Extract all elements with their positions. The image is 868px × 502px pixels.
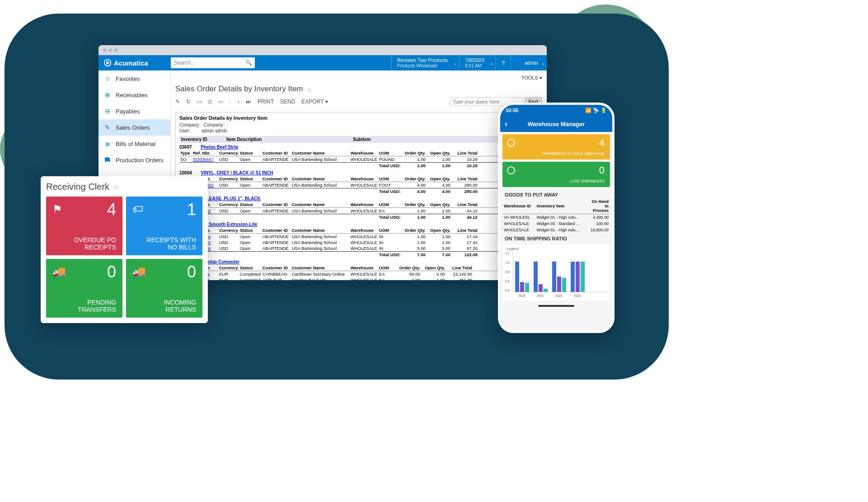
- so-row: O005434USDOpenABARTENDEUSA Bartending Sc…: [179, 234, 538, 240]
- nav-item-bills-of-material[interactable]: ≣Bills of Material: [99, 136, 170, 152]
- tile-icon: ⚑: [52, 203, 65, 216]
- toolbar: ✎ ↻ ▭ ⎙ ⏮ ‹ › ⏭ PRINT SEND EXPORT ▾ Find: [175, 97, 542, 109]
- status-icons: 📶 📡 🔋: [585, 108, 607, 113]
- tile-label: OVERDUE PORECEIPTS: [74, 236, 116, 251]
- nav-item-production-orders[interactable]: ⛟Production Orders: [99, 152, 170, 168]
- bar-group: 2022: [552, 262, 566, 292]
- first-page-icon[interactable]: ⏮: [218, 99, 223, 105]
- tile-value: 4: [107, 200, 116, 219]
- bar: [539, 284, 543, 292]
- next-page-icon[interactable]: ›: [238, 99, 239, 105]
- so-table: TypeRef. Nbr.CurrencyStatus Customer IDC…: [179, 176, 538, 194]
- chevron-down-icon: ⌄: [490, 61, 493, 66]
- so-row: SOSO005447USDOpenABARTENDEUSA Bartending…: [179, 156, 538, 163]
- x-label: 2020: [515, 294, 529, 297]
- bar: [520, 282, 524, 292]
- tile-label: INCOMINGRETURNS: [164, 299, 196, 313]
- kpi-tile[interactable]: 🚚 0 INCOMINGRETURNS: [126, 259, 202, 318]
- nav-item-payables[interactable]: ⊖Payables: [99, 103, 170, 119]
- edit-icon[interactable]: ✎: [175, 99, 180, 105]
- goods-row: VA-WHOLESLWidget 01 - High volu...4,495.…: [503, 214, 610, 221]
- kpi-tile[interactable]: 🚚 0 PENDINGTRANSFERS: [46, 259, 122, 318]
- send-button[interactable]: SEND: [280, 99, 295, 105]
- goods-row: WHOLESALEWidget 01 - High volu...19,500.…: [503, 227, 610, 233]
- bar: [515, 262, 519, 292]
- tenant-name: Revision Two Products: [397, 57, 454, 63]
- tile-icon: 🚚: [52, 265, 65, 278]
- status-bar: 10:55 📶 📡 🔋: [500, 105, 612, 116]
- kpi-label: LATE SHIPMENTS: [570, 179, 605, 183]
- so-row: 0005045EURCompletedASBLBARNautilus Bar S…: [179, 277, 538, 280]
- nav-icon: ⛟: [104, 156, 111, 164]
- user-label: User:: [179, 128, 190, 133]
- bar: [525, 283, 529, 292]
- brand-icon: [104, 59, 111, 66]
- item-link[interactable]: Phelps Beef Strip: [201, 145, 238, 150]
- bar: [552, 262, 556, 292]
- tile-value: 0: [187, 263, 196, 281]
- bar: [581, 262, 585, 292]
- nav-item-receivables[interactable]: ⊕Receivables: [99, 87, 170, 103]
- card-icon[interactable]: ▭: [197, 99, 202, 105]
- user-value: admin admin: [202, 128, 227, 133]
- receiving-clerk-dashboard: Receiving Clerk ☆ ⚑ 4 OVERDUE PORECEIPTS…: [41, 176, 208, 323]
- tile-icon: 🚚: [132, 265, 145, 278]
- nav-item-favorites[interactable]: ☆Favorites: [99, 70, 170, 87]
- so-row: 0007209EURCompletedCARIBBEANCaribbean Se…: [179, 271, 538, 277]
- col-qty: On Hand to Process: [587, 198, 610, 214]
- help-icon[interactable]: ?: [495, 55, 511, 70]
- nav-item-sales-orders[interactable]: ✎Sales Orders: [99, 119, 170, 136]
- bar: [534, 262, 538, 292]
- company-label: Company:: [179, 122, 200, 127]
- brand-label: Acumatica: [114, 59, 148, 67]
- window-chrome: [99, 45, 547, 55]
- so-row: SOSO005452USDOpenABARTENDEUSA Bartending…: [179, 182, 538, 188]
- so-table: TypeRef. Nbr.CurrencyStatus Customer IDC…: [179, 150, 538, 169]
- back-icon[interactable]: ‹: [505, 119, 507, 129]
- nav-label: Bills of Material: [116, 141, 155, 147]
- chevron-down-icon: ⌄: [454, 61, 457, 66]
- brand: Acumatica: [99, 59, 171, 67]
- search-placeholder: Search...: [174, 60, 195, 66]
- so-table: TypeRef. Nbr.CurrencyStatus Customer IDC…: [179, 202, 538, 220]
- print-button[interactable]: PRINT: [258, 99, 274, 105]
- clerk-title: Receiving Clerk: [46, 182, 109, 192]
- ref-link[interactable]: SO005447: [193, 157, 213, 162]
- chart-title: ON TIME SHIPPING RATIO: [500, 233, 612, 242]
- search-input[interactable]: Search... 🔍: [171, 57, 255, 68]
- search-icon[interactable]: 🔍: [245, 60, 252, 66]
- schedule-icon[interactable]: ⎙: [208, 99, 211, 105]
- kpi-tile[interactable]: 🏷 1 RECEIPTS WITHNO BILLS: [126, 197, 202, 255]
- bar: [571, 262, 575, 292]
- chart-legend: Legend: [505, 246, 608, 252]
- company-value: Company: [204, 122, 223, 127]
- mobile-kpi[interactable]: 4SHIPMENTS TO PICK AND PACK: [502, 134, 610, 160]
- business-date: 7/8/2023: [465, 57, 490, 63]
- nav-icon: ⊕: [104, 91, 111, 99]
- favorite-star-icon[interactable]: ☆: [113, 183, 119, 191]
- tools-menu[interactable]: TOOLS ▾: [521, 73, 542, 83]
- user-menu[interactable]: 👤 admin ⌄: [511, 55, 547, 70]
- date-selector[interactable]: 7/8/2023 8:01 AM ⌄: [459, 55, 495, 70]
- mobile-title: Warehouse Manager: [528, 121, 585, 127]
- favorite-star-icon[interactable]: ☆: [307, 86, 313, 94]
- mobile-kpi[interactable]: 0LATE SHIPMENTS: [502, 162, 610, 187]
- kpi-tile[interactable]: ⚑ 4 OVERDUE PORECEIPTS: [46, 197, 122, 255]
- nav-icon: ⊖: [104, 108, 111, 115]
- bar-group: 2020: [515, 262, 529, 292]
- last-page-icon[interactable]: ⏭: [246, 99, 251, 105]
- so-table: TypeRef. Nbr.CurrencyStatus Customer IDC…: [179, 227, 538, 258]
- tile-icon: 🏷: [132, 203, 145, 216]
- kpi-value: 4: [599, 137, 605, 149]
- user-icon: 👤: [516, 60, 523, 66]
- item-link[interactable]: VINYL, GREY / BLACK @ 51 INCH: [201, 170, 273, 175]
- prev-page-icon[interactable]: ‹: [230, 99, 231, 105]
- refresh-icon[interactable]: ↻: [186, 99, 191, 105]
- tenant-selector[interactable]: Revision Two Products Products Wholesale…: [391, 55, 459, 70]
- bar-group: 2021: [534, 262, 548, 292]
- col-item: Inventory Item: [536, 198, 587, 214]
- bar: [557, 277, 561, 292]
- export-button[interactable]: EXPORT ▾: [301, 99, 328, 105]
- bar-group: 2023: [571, 262, 585, 292]
- tile-value: 1: [187, 200, 196, 219]
